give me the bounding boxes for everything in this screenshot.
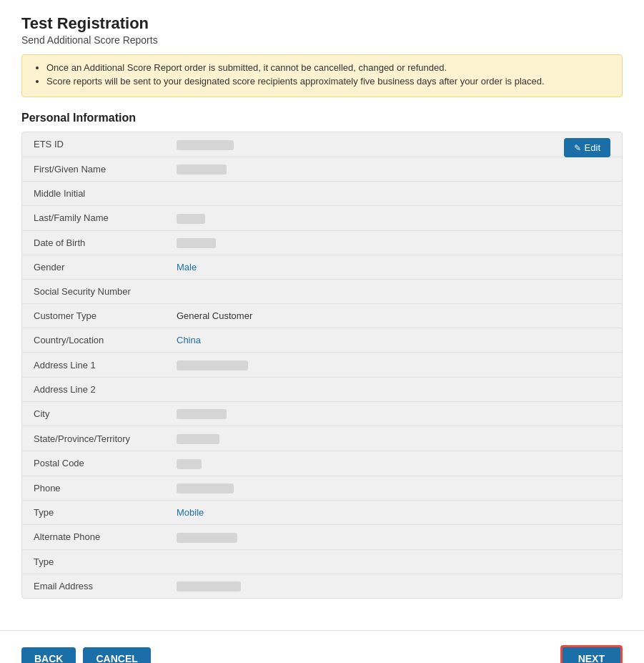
label-city: City	[34, 408, 177, 419]
field-country: Country/Location China	[22, 328, 622, 353]
edit-button[interactable]: ✎ Edit	[564, 138, 610, 157]
label-alt-phone: Alternate Phone	[34, 531, 177, 542]
value-city	[177, 408, 610, 420]
page-subtitle: Send Additional Score Reports	[21, 34, 623, 46]
edit-icon: ✎	[574, 143, 581, 153]
label-middle-initial: Middle Initial	[34, 188, 177, 199]
personal-info-panel: ✎ Edit ETS ID First/Given Name Middle In…	[21, 132, 623, 599]
value-alt-phone	[177, 531, 610, 543]
value-country: China	[177, 335, 610, 345]
back-button[interactable]: BACK	[21, 647, 76, 663]
field-address1: Address Line 1	[22, 353, 622, 378]
label-address1: Address Line 1	[34, 360, 177, 370]
value-last-name	[177, 212, 610, 224]
blurred-address1	[177, 360, 248, 370]
blurred-last-name	[177, 214, 205, 224]
value-customer-type: General Customer	[177, 310, 610, 321]
value-phone-type: Mobile	[177, 507, 610, 518]
blurred-dob	[177, 238, 216, 248]
footer-left-buttons: BACK CANCEL	[21, 647, 151, 663]
section-title: Personal Information	[21, 112, 623, 124]
value-address1	[177, 359, 610, 370]
label-customer-type: Customer Type	[34, 310, 177, 321]
label-ssn: Social Security Number	[34, 286, 177, 297]
blurred-email	[177, 581, 241, 591]
blurred-alt-phone	[177, 533, 237, 543]
value-dob	[177, 237, 610, 249]
value-ets-id	[177, 139, 610, 150]
field-address2: Address Line 2	[22, 378, 622, 402]
value-state	[177, 433, 610, 444]
label-country: Country/Location	[34, 335, 177, 345]
field-postal: Postal Code	[22, 451, 622, 476]
footer-bar: BACK CANCEL NEXT	[0, 630, 644, 663]
label-ets-id: ETS ID	[34, 139, 177, 149]
label-last-name: Last/Family Name	[34, 212, 177, 223]
label-phone: Phone	[34, 483, 177, 493]
page-wrapper: Test Registration Send Additional Score …	[0, 0, 644, 630]
field-city: City	[22, 402, 622, 427]
notice-item-2: Score reports will be sent to your desig…	[46, 76, 610, 87]
label-address2: Address Line 2	[34, 384, 177, 395]
field-alt-phone-type: Type	[22, 550, 622, 574]
blurred-state	[177, 434, 219, 444]
field-last-name: Last/Family Name	[22, 206, 622, 231]
field-dob: Date of Birth	[22, 231, 622, 256]
blurred-postal	[177, 459, 202, 469]
value-email	[177, 581, 610, 592]
blurred-first-name	[177, 164, 227, 175]
notice-item-1: Once an Additional Score Report order is…	[46, 62, 610, 73]
field-email: Email Address	[22, 574, 622, 599]
field-alt-phone: Alternate Phone	[22, 525, 622, 550]
field-customer-type: Customer Type General Customer	[22, 304, 622, 328]
label-postal: Postal Code	[34, 458, 177, 468]
next-button[interactable]: NEXT	[560, 645, 623, 663]
blurred-ets-id	[177, 140, 234, 150]
label-email: Email Address	[34, 581, 177, 591]
field-ssn: Social Security Number	[22, 280, 622, 304]
field-phone-type: Type Mobile	[22, 501, 622, 525]
value-phone	[177, 483, 610, 494]
value-gender: Male	[177, 262, 610, 272]
blurred-city	[177, 409, 227, 419]
label-phone-type: Type	[34, 507, 177, 518]
notice-box: Once an Additional Score Report order is…	[21, 54, 623, 97]
label-alt-phone-type: Type	[34, 556, 177, 567]
label-first-name: First/Given Name	[34, 164, 177, 175]
label-state: State/Province/Territory	[34, 433, 177, 444]
cancel-button[interactable]: CANCEL	[83, 647, 150, 663]
blurred-phone	[177, 483, 234, 493]
field-state: State/Province/Territory	[22, 426, 622, 451]
field-middle-initial: Middle Initial	[22, 182, 622, 206]
notice-list: Once an Additional Score Report order is…	[34, 62, 610, 87]
field-phone: Phone	[22, 476, 622, 501]
value-postal	[177, 458, 610, 469]
field-gender: Gender Male	[22, 255, 622, 280]
label-dob: Date of Birth	[34, 237, 177, 248]
label-gender: Gender	[34, 262, 177, 272]
field-first-name: First/Given Name	[22, 157, 622, 182]
page-title: Test Registration	[21, 14, 623, 33]
value-first-name	[177, 164, 610, 175]
field-ets-id: ETS ID	[22, 132, 622, 157]
